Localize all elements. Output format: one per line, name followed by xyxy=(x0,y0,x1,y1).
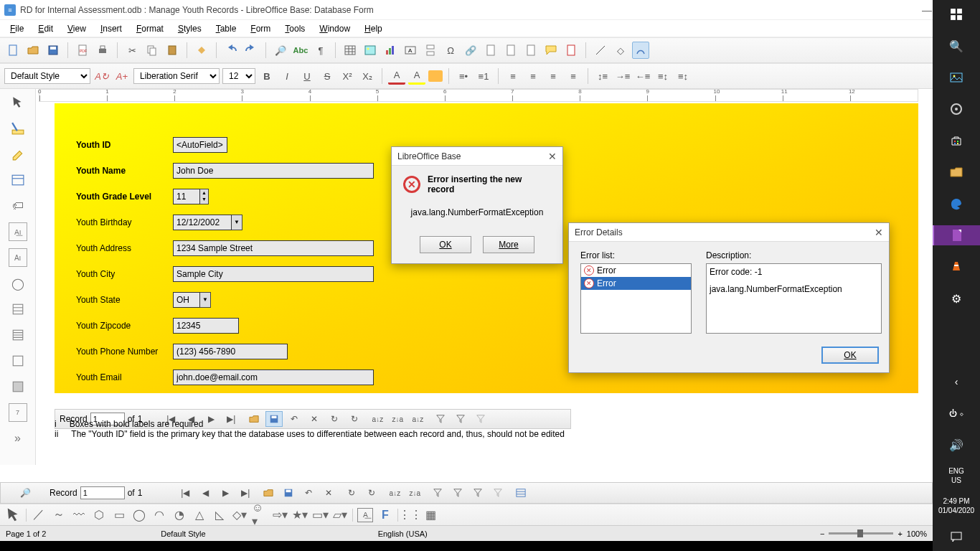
draw-freeform-icon[interactable]: 〰 xyxy=(71,508,87,522)
specialchar-icon[interactable]: Ω xyxy=(442,42,459,59)
paraspacing-inc-icon[interactable]: ≡↕ xyxy=(654,67,672,85)
minimize-button[interactable]: ― xyxy=(922,4,932,16)
field-phone[interactable] xyxy=(173,344,288,359)
error-list[interactable]: ✕Error ✕Error xyxy=(580,263,692,334)
more-icon[interactable] xyxy=(9,352,27,370)
footnote-icon[interactable] xyxy=(482,42,499,59)
birthday-dropdown-icon[interactable]: ▼ xyxy=(232,215,242,229)
clone-format-icon[interactable] xyxy=(193,42,210,59)
export-pdf-icon[interactable]: PDF xyxy=(74,42,91,59)
new-style-icon[interactable]: A+ xyxy=(113,67,131,85)
redo-icon[interactable] xyxy=(242,42,260,59)
error-more-button[interactable]: More xyxy=(483,236,534,253)
indent-inc-icon[interactable]: →≡ xyxy=(614,67,631,85)
menu-view[interactable]: View xyxy=(60,22,93,35)
draw-triangle-icon[interactable]: △ xyxy=(192,508,207,522)
fontcolor-icon[interactable]: A xyxy=(388,67,405,85)
linespacing-icon[interactable]: ↕≡ xyxy=(594,67,611,85)
error-details-close-icon[interactable]: ✕ xyxy=(875,227,883,238)
new-record-folder-icon2[interactable] xyxy=(260,485,277,501)
image-icon[interactable] xyxy=(362,42,379,59)
find-icon[interactable]: 🔎 xyxy=(272,42,289,59)
line-icon[interactable] xyxy=(592,42,609,59)
fontwork-icon[interactable]: F xyxy=(377,508,393,522)
draw-curve-icon[interactable]: ～ xyxy=(51,508,67,522)
field-grade[interactable] xyxy=(173,189,200,204)
taskbar-clock[interactable]: 2:49 PM01/04/2020 xyxy=(938,496,974,515)
textfield-icon[interactable]: A͟ι xyxy=(9,222,27,241)
autofilter-icon2[interactable] xyxy=(429,485,446,501)
undo-icon[interactable] xyxy=(222,42,240,59)
explorer-taskbar-icon[interactable] xyxy=(946,162,966,182)
ruler-icon[interactable] xyxy=(9,119,27,138)
search-taskbar-icon[interactable]: 🔍 xyxy=(946,36,966,56)
tray-expand-icon[interactable]: ‹ xyxy=(946,372,966,392)
hyperlink-icon[interactable]: 🔗 xyxy=(462,42,479,59)
drawfunctions-icon[interactable] xyxy=(632,42,649,59)
draw-rtriangle-icon[interactable]: ◺ xyxy=(212,508,227,522)
superscript-icon[interactable]: X² xyxy=(339,67,356,85)
draw-arc-icon[interactable]: ◠ xyxy=(151,508,167,522)
menu-window[interactable]: Window xyxy=(312,22,357,35)
error-ok-button[interactable]: OK xyxy=(420,236,471,253)
align-left-icon[interactable]: ≡ xyxy=(504,67,522,85)
draw-ellipse-icon[interactable]: ◯ xyxy=(131,508,147,522)
flowchart-shapes-icon[interactable]: ▱▾ xyxy=(332,508,348,522)
field-email[interactable] xyxy=(173,369,374,385)
radio-icon[interactable]: ◯ xyxy=(9,274,27,293)
applyfilter-icon2[interactable] xyxy=(449,485,466,501)
menu-format[interactable]: Format xyxy=(129,22,171,35)
field-birthday[interactable] xyxy=(173,215,232,230)
prev-record-icon2[interactable]: ◀ xyxy=(197,485,214,501)
last-record-icon2[interactable]: ▶| xyxy=(237,485,254,501)
paraspacing-dec-icon[interactable]: ≡↕ xyxy=(674,67,692,85)
group-icon[interactable]: ▦ xyxy=(423,508,438,522)
points-icon[interactable]: ⋮⋮ xyxy=(402,508,418,522)
field-youth-name[interactable] xyxy=(173,163,374,179)
save-icon[interactable] xyxy=(44,42,62,59)
subscript-icon[interactable]: X₂ xyxy=(359,67,376,85)
charbg-icon[interactable] xyxy=(428,70,443,82)
bullets-icon[interactable]: ≡• xyxy=(455,67,472,85)
datasource-icon[interactable] xyxy=(512,485,529,501)
zoom-out-icon[interactable]: − xyxy=(820,529,824,538)
update-style-icon[interactable]: A↻ xyxy=(93,67,110,85)
start-icon[interactable] xyxy=(946,4,966,24)
field-youth-id[interactable] xyxy=(173,137,227,153)
menu-form[interactable]: Form xyxy=(243,22,278,35)
align-justify-icon[interactable]: ≡ xyxy=(565,67,582,85)
zoom-control[interactable]: − + 100% xyxy=(820,529,927,538)
basic-shapes-icon[interactable]: ◇▾ xyxy=(232,508,248,522)
arrow-shapes-icon[interactable]: ⇨▾ xyxy=(272,508,288,522)
draw-rect-icon[interactable]: ▭ xyxy=(111,508,127,522)
print-icon[interactable] xyxy=(94,42,111,59)
bold-icon[interactable]: B xyxy=(258,67,275,85)
zoom-in-icon[interactable]: + xyxy=(897,529,902,538)
list2-icon[interactable] xyxy=(9,326,27,344)
tag-icon[interactable]: 🏷 xyxy=(9,197,27,215)
crossref-icon[interactable] xyxy=(522,42,540,59)
font-select[interactable]: Liberation Serif xyxy=(133,68,220,84)
comment-icon[interactable] xyxy=(542,42,560,59)
bookmark-icon[interactable] xyxy=(502,42,519,59)
field-city[interactable] xyxy=(173,266,374,282)
numbering-icon[interactable]: ≡1 xyxy=(475,67,492,85)
cut-icon[interactable]: ✂ xyxy=(123,42,141,59)
notifications-taskbar-icon[interactable] xyxy=(946,527,966,547)
trackchanges-icon[interactable] xyxy=(562,42,580,59)
edge-taskbar-icon[interactable] xyxy=(946,194,966,214)
draw-polygon-icon[interactable]: ⬡ xyxy=(91,508,107,522)
overflow-icon[interactable]: » xyxy=(9,429,27,448)
date-icon[interactable]: 7 xyxy=(9,403,27,422)
star-shapes-icon[interactable]: ★▾ xyxy=(292,508,308,522)
callout-shapes-icon[interactable]: ▭▾ xyxy=(312,508,328,522)
new-icon[interactable] xyxy=(4,42,22,59)
removefilter-icon2[interactable] xyxy=(489,485,507,501)
strike-icon[interactable]: S xyxy=(319,67,336,85)
grade-spinner[interactable]: ▲▼ xyxy=(200,189,209,204)
indent-dec-icon[interactable]: ←≡ xyxy=(634,67,651,85)
menu-tools[interactable]: Tools xyxy=(278,22,312,35)
highlight-icon[interactable]: A xyxy=(408,67,425,85)
pilcrow-icon[interactable]: ¶ xyxy=(312,42,329,59)
error-dialog-close-icon[interactable]: ✕ xyxy=(548,151,557,162)
